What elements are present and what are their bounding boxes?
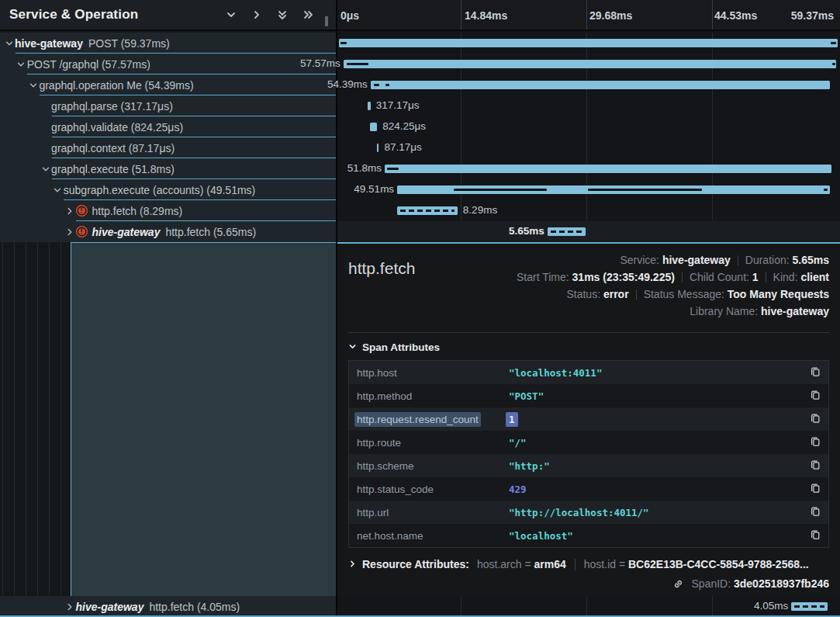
tree-header: Service & Operation ∥ (0, 0, 336, 31)
bar-mark (340, 42, 347, 44)
tree-row[interactable]: graphql.validate (824.25μs) (0, 116, 336, 137)
span-label: graphql.operation Me (54.39ms) (39, 79, 193, 92)
timeline-row[interactable]: 824.25μs (337, 116, 840, 137)
meta-label: Start Time: (517, 271, 572, 283)
copy-icon[interactable] (804, 529, 821, 543)
attribute-key: http.status_code (357, 484, 509, 495)
tree-row[interactable]: graphql.operation Me (54.39ms) (0, 75, 336, 95)
timeline-row[interactable]: 51.8ms (337, 158, 840, 179)
copy-icon[interactable] (804, 505, 821, 520)
bar-mark (831, 42, 835, 44)
span-bar[interactable] (791, 602, 828, 611)
span-attributes-toggle[interactable]: Span Attributes (348, 341, 829, 353)
span-bar[interactable] (385, 165, 831, 173)
copy-icon[interactable] (804, 482, 821, 497)
resource-attributes-row[interactable]: Resource Attributes: host.arch = arm64 h… (348, 558, 829, 570)
span-bar[interactable] (370, 123, 377, 131)
chevron-right-icon[interactable] (64, 206, 76, 216)
span-detail-title: http.fetch (348, 259, 415, 320)
bar-dash-pattern (551, 231, 582, 233)
span-bar[interactable] (377, 144, 379, 152)
chevrons-down-icon[interactable] (277, 9, 288, 20)
timeline-row[interactable]: 8.29ms (337, 200, 840, 221)
timeline-body: 57.57ms54.39ms317.17μs824.25μs87.17μs51.… (337, 33, 840, 617)
error-icon: ! (76, 226, 88, 237)
copy-icon[interactable] (804, 389, 821, 404)
span-label: POST /graphql (57.57ms) (27, 58, 150, 71)
chevrons-right-icon[interactable] (302, 9, 313, 20)
tree-row[interactable]: POST /graphql (57.57ms) (0, 54, 336, 75)
chevron-right-icon[interactable] (251, 9, 262, 20)
tree-row[interactable]: graphql.execute (51.8ms) (0, 158, 336, 179)
resource-attr-value: arm64 (534, 558, 566, 570)
chevron-down-icon[interactable] (3, 39, 15, 48)
attribute-value: "http://localhost:4011/" (509, 507, 804, 518)
timeline-row[interactable]: 54.39ms (337, 75, 840, 95)
timeline-panel: 0μs 14.84ms 29.68ms 44.53ms 59.37ms 57.5… (337, 0, 840, 617)
copy-icon[interactable] (804, 412, 821, 427)
tree-header-icons (226, 9, 313, 20)
tree-row[interactable]: graphql.parse (317.17μs) (0, 95, 336, 116)
attribute-key: net.host.name (357, 530, 509, 542)
chevron-down-icon[interactable] (27, 81, 39, 90)
span-label: POST (59.37ms) (88, 37, 170, 50)
span-service-name: hive-gateway (76, 601, 144, 613)
bar-mark (387, 168, 399, 170)
chevron-right-icon[interactable] (64, 602, 76, 612)
tree-row[interactable]: hive-gatewayhttp.fetch (4.05ms) (0, 596, 336, 617)
copy-icon[interactable] (804, 366, 821, 380)
attribute-value: "/" (509, 437, 804, 449)
equals-sign: = (524, 558, 531, 570)
timeline-row[interactable]: 5.65ms (337, 221, 840, 242)
tree-row[interactable]: subgraph.execute (accounts) (49.51ms) (0, 179, 336, 200)
span-label: graphql.context (87.17μs) (51, 142, 175, 154)
timeline-row[interactable]: 87.17μs (337, 137, 840, 158)
panel-resize-handle[interactable]: ∥ (324, 15, 330, 26)
bar-duration-label: 49.51ms (354, 183, 394, 195)
separator (636, 289, 637, 300)
tree-row[interactable]: !http.fetch (8.29ms) (0, 200, 336, 221)
chevron-down-icon[interactable] (16, 60, 27, 69)
chevron-down-icon[interactable] (40, 165, 51, 174)
timeline-row[interactable]: 317.17μs (337, 95, 840, 116)
bar-duration-label: 87.17μs (384, 141, 421, 153)
chevron-right-icon[interactable] (64, 227, 76, 237)
copy-icon[interactable] (804, 459, 821, 473)
span-id-row: SpanID: 3de02518937fb246 (348, 577, 829, 590)
chevron-down-icon[interactable] (226, 9, 237, 20)
span-attributes-section: Span Attributes http.host"localhost:4011… (348, 332, 829, 548)
chevron-down-icon[interactable] (52, 185, 64, 195)
copy-icon[interactable] (804, 435, 821, 450)
tree-row[interactable]: graphql.context (87.17μs) (0, 137, 336, 158)
resource-attr-key: host.arch (477, 558, 522, 570)
span-label: http.fetch (8.29ms) (92, 205, 183, 217)
meta-value: error (603, 288, 629, 300)
timeline-row[interactable]: 49.51ms (337, 179, 840, 200)
link-icon[interactable] (672, 577, 689, 590)
bar-dash-pattern (400, 210, 455, 212)
bar-duration-label: 8.29ms (463, 204, 497, 216)
attribute-key: http.url (357, 507, 509, 518)
timeline-row[interactable] (337, 33, 840, 54)
span-bar[interactable] (339, 39, 838, 47)
span-bar[interactable] (368, 102, 371, 110)
meta-label: Status Message: (644, 288, 728, 300)
bar-dash-pattern (794, 605, 824, 608)
span-label: http.fetch (4.05ms) (149, 601, 240, 613)
attribute-row: net.host.name"localhost" (349, 524, 828, 547)
selected-span-expanded-area[interactable] (71, 242, 336, 596)
timeline-row[interactable]: 4.05ms (337, 596, 840, 617)
tree-row[interactable]: hive-gatewayPOST (59.37ms) (0, 33, 336, 54)
timeline-row[interactable]: 57.57ms (337, 54, 840, 75)
span-bar[interactable] (371, 81, 830, 89)
tree-row[interactable]: !hive-gatewayhttp.fetch (5.65ms) (0, 221, 336, 242)
resource-attributes-title: Resource Attributes: (362, 558, 469, 570)
separator (738, 255, 738, 265)
bar-duration-label: 54.39ms (327, 78, 368, 90)
span-bar[interactable] (344, 60, 836, 68)
span-bar[interactable] (397, 206, 458, 215)
separator (575, 559, 576, 570)
span-detail-panel: http.fetch Service: hive-gatewayDuration… (337, 242, 840, 596)
span-bar[interactable] (548, 227, 586, 236)
attribute-row: http.method"POST" (349, 384, 828, 407)
